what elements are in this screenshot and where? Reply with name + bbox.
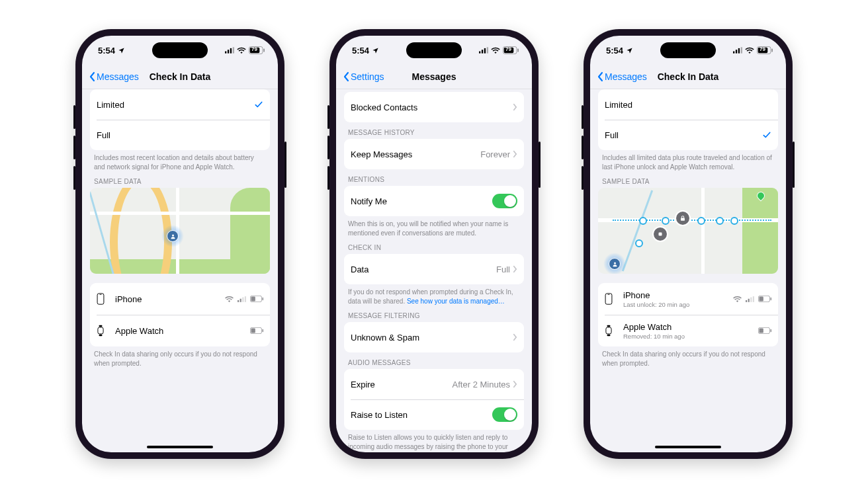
sample-map [90,188,270,274]
svg-rect-2 [230,48,232,54]
svg-point-39 [614,262,616,264]
checkmark-icon [254,100,263,109]
iphone-frame: 5:54 79 Settings Messages [329,29,539,459]
options-footer: Includes all limited data plus route tra… [598,150,778,171]
battery-icon: 79 [757,46,773,54]
nav-bar: Messages Check In Data [82,65,278,89]
wifi-icon [733,296,742,302]
row-label: Data [351,264,496,274]
cellular-icon [733,47,742,54]
svg-rect-26 [487,47,488,53]
nav-back-button[interactable]: Messages [597,71,647,82]
device-name: iPhone [623,290,733,300]
svg-rect-49 [606,327,611,334]
row-checkin-data[interactable]: Data Full [344,254,524,284]
wifi-icon [491,47,500,54]
location-arrow-icon [372,47,379,54]
device-name: Apple Watch [623,322,758,332]
option-full[interactable]: Full [90,120,270,150]
toggle-notify-me[interactable] [492,194,517,208]
battery-icon: 79 [249,46,265,54]
option-limited[interactable]: Limited [90,89,270,120]
device-applewatch: Apple Watch Removed: 10 min ago [598,315,778,346]
svg-rect-19 [99,335,103,336]
svg-rect-8 [97,294,104,304]
svg-point-7 [172,234,174,236]
device-sub: Removed: 10 min ago [623,333,758,340]
battery-pct: 79 [760,46,765,52]
chevron-right-icon [513,150,517,158]
nav-back-button[interactable]: Settings [343,71,384,82]
svg-rect-11 [240,298,241,302]
iphone-icon [97,293,108,305]
location-arrow-icon [626,47,633,54]
watch-waypoint-icon [652,226,668,242]
battery-icon [250,296,263,302]
cellular-icon [746,296,754,302]
row-expire[interactable]: Expire After 2 Minutes [344,369,524,399]
battery-icon [758,327,771,334]
data-level-group: Limited Full [90,89,270,150]
nav-bar: Settings Messages [336,65,532,89]
svg-rect-31 [736,50,737,53]
nav-back-label: Messages [97,71,139,82]
content[interactable]: Limited Full Includes most recent locati… [82,89,278,446]
dynamic-island [660,42,716,58]
svg-rect-23 [479,52,480,54]
row-keep-messages[interactable]: Keep Messages Forever [344,139,524,169]
svg-rect-15 [263,298,263,300]
history-header: MESSAGE HISTORY [344,122,524,139]
row-blocked-contacts[interactable]: Blocked Contacts [344,92,524,122]
svg-rect-9 [99,294,101,295]
sample-data-header: SAMPLE DATA [90,171,270,188]
option-limited[interactable]: Limited [598,89,778,120]
svg-rect-17 [98,327,103,334]
svg-rect-32 [738,48,740,54]
nav-back-button[interactable]: Messages [89,71,139,82]
svg-rect-18 [99,325,103,327]
toggle-raise-to-listen[interactable] [492,407,517,422]
option-label: Limited [97,100,254,110]
cellular-icon [225,47,234,54]
data-managed-link[interactable]: See how your data is managed… [407,298,505,305]
iphone-icon [605,293,617,305]
svg-rect-37 [681,218,685,221]
device-name: iPhone [115,294,225,304]
svg-rect-40 [605,294,612,304]
device-sub: Last unlock: 20 min ago [623,301,733,308]
svg-rect-38 [659,233,662,236]
dynamic-island [406,42,462,58]
svg-rect-16 [251,296,255,301]
svg-rect-43 [748,298,750,302]
option-full[interactable]: Full [598,120,778,150]
cellular-icon [479,47,488,54]
chevron-right-icon [513,265,517,273]
devices-group: iPhone Apple Watch [90,283,270,346]
row-notify-me: Notify Me [344,186,524,216]
three-phone-stage: 5:54 79 [0,0,868,488]
svg-rect-51 [607,335,611,336]
iphone-frame: 5:54 79 Messages Check In Data [584,29,793,459]
mentions-footer: When this is on, you will be notified wh… [344,216,524,237]
svg-rect-28 [517,48,519,52]
content[interactable]: Limited Full Includes all limited data p… [590,89,786,446]
wifi-icon [745,47,754,54]
svg-rect-1 [228,50,229,53]
row-label: Expire [351,380,453,389]
svg-rect-54 [759,328,763,333]
content[interactable]: Blocked Contacts MESSAGE HISTORY Keep Me… [336,89,532,452]
home-indicator[interactable] [147,446,213,448]
svg-rect-0 [225,52,226,54]
devices-group: iPhone Last unlock: 20 min ago Apple Wat [598,283,778,346]
status-time: 5:54 [606,46,623,56]
home-indicator[interactable] [655,446,721,448]
dynamic-island [152,42,208,58]
option-label: Full [97,130,263,140]
row-label: Blocked Contacts [351,102,513,112]
svg-rect-33 [741,47,742,53]
row-unknown-spam[interactable]: Unknown & Spam [344,322,524,352]
battery-pct: 79 [505,46,511,52]
screen: 5:54 79 [82,36,278,452]
devices-footer: Check In data sharing only occurs if you… [598,346,778,368]
row-label: Raise to Listen [351,410,492,420]
